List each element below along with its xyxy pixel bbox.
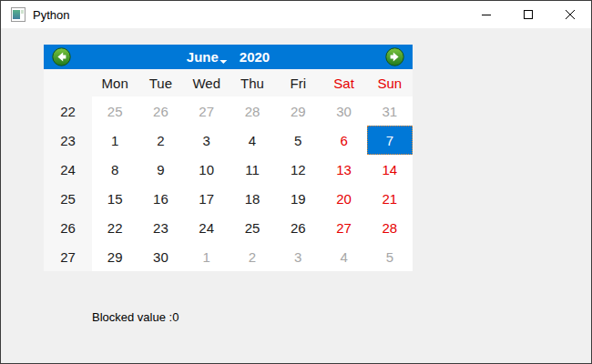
calendar-day-cell[interactable]: 20: [321, 184, 366, 213]
month-button[interactable]: June: [187, 49, 219, 65]
next-month-arrow-icon: [385, 47, 404, 66]
calendar-day-cell[interactable]: 13: [321, 155, 366, 184]
calendar-day-cell[interactable]: 16: [138, 184, 183, 213]
calendar-day-cell[interactable]: 9: [138, 155, 183, 184]
close-button[interactable]: [549, 1, 591, 28]
calendar-day-cell[interactable]: 23: [138, 213, 183, 242]
calendar-day-cell[interactable]: 24: [184, 213, 230, 242]
calendar-day-cell[interactable]: 14: [367, 155, 413, 184]
calendar-day-cell[interactable]: 8: [92, 155, 138, 184]
calendar-day-cell[interactable]: 22: [92, 213, 138, 242]
minimize-icon: [482, 15, 491, 15]
calendar-day-cell[interactable]: 26: [275, 213, 321, 242]
calendar-day-cell[interactable]: 25: [92, 96, 138, 126]
app-icon-strip: [21, 10, 24, 14]
calendar-day-cell[interactable]: 28: [367, 213, 413, 242]
calendar-title: June 2020: [187, 45, 270, 69]
week-number: 24: [44, 155, 92, 184]
day-header-thu: Thu: [230, 69, 275, 96]
day-header-sun: Sun: [367, 69, 413, 96]
calendar-day-cell[interactable]: 25: [230, 213, 275, 242]
maximize-icon: [524, 10, 533, 19]
calendar-day-cell[interactable]: 26: [138, 96, 183, 126]
day-header-mon: Mon: [92, 69, 138, 96]
blocked-value-label: Blocked value :0: [92, 310, 179, 324]
calendar-day-cell[interactable]: 5: [275, 126, 321, 155]
app-window-icon: [11, 7, 26, 22]
calendar-day-cell[interactable]: 29: [275, 96, 321, 126]
day-header-tue: Tue: [138, 69, 183, 96]
next-month-button[interactable]: [385, 47, 404, 66]
calendar-day-cell[interactable]: 30: [138, 242, 183, 271]
calendar-day-cell[interactable]: 15: [92, 184, 138, 213]
calendar-day-cell[interactable]: 17: [184, 184, 230, 213]
calendar-day-cell[interactable]: 3: [275, 242, 321, 271]
day-header-wed: Wed: [184, 69, 230, 96]
day-header-sat: Sat: [321, 69, 366, 96]
week-number: 23: [44, 126, 92, 155]
day-header-fri: Fri: [275, 69, 321, 96]
calendar-day-cell[interactable]: 29: [92, 242, 138, 271]
calendar-day-cell[interactable]: 1: [92, 126, 138, 155]
prev-month-button[interactable]: [52, 47, 71, 66]
week-number: 22: [44, 96, 92, 126]
calendar-day-cell[interactable]: 28: [230, 96, 275, 126]
calendar-day-cell[interactable]: 6: [321, 126, 366, 155]
week-number: 26: [44, 213, 92, 242]
window-title: Python: [33, 8, 69, 22]
calendar-day-cell[interactable]: 11: [230, 155, 275, 184]
calendar-day-cell[interactable]: 27: [184, 96, 230, 126]
calendar-day-cell[interactable]: 2: [230, 242, 275, 271]
month-dropdown-icon[interactable]: [219, 60, 227, 64]
calendar-day-cell[interactable]: 7: [367, 126, 413, 155]
calendar-nav-bar: June 2020: [44, 45, 413, 69]
minimize-button[interactable]: [465, 1, 507, 28]
close-icon: [566, 10, 575, 19]
year-button[interactable]: 2020: [240, 49, 270, 65]
maximize-button[interactable]: [507, 1, 549, 28]
calendar-day-cell[interactable]: 27: [321, 213, 366, 242]
calendar-day-cell[interactable]: 21: [367, 184, 413, 213]
calendar-day-cell[interactable]: 31: [367, 96, 413, 126]
calendar-day-cell[interactable]: 4: [230, 126, 275, 155]
calendar-day-cell[interactable]: 5: [367, 242, 413, 271]
calendar-day-cell[interactable]: 4: [321, 242, 366, 271]
calendar-corner-cell: [44, 69, 92, 96]
calendar-day-cell[interactable]: 30: [321, 96, 366, 126]
title-bar: Python: [1, 1, 591, 28]
calendar-day-cell[interactable]: 12: [275, 155, 321, 184]
app-window: Python: [0, 0, 592, 364]
prev-month-arrow-icon: [52, 47, 71, 66]
calendar-day-cell[interactable]: 10: [184, 155, 230, 184]
calendar-grid: MonTueWedThuFriSatSun2225262728293031231…: [44, 69, 413, 271]
calendar-day-cell[interactable]: 2: [138, 126, 183, 155]
calendar-day-cell[interactable]: 3: [184, 126, 230, 155]
app-icon-pane: [13, 10, 20, 19]
calendar-widget: June 2020 MonTueWedThuFriSatSun2225: [44, 45, 413, 271]
week-number: 27: [44, 242, 92, 271]
calendar-day-cell[interactable]: 18: [230, 184, 275, 213]
calendar-day-cell[interactable]: 19: [275, 184, 321, 213]
calendar-day-cell[interactable]: 1: [184, 242, 230, 271]
week-number: 25: [44, 184, 92, 213]
